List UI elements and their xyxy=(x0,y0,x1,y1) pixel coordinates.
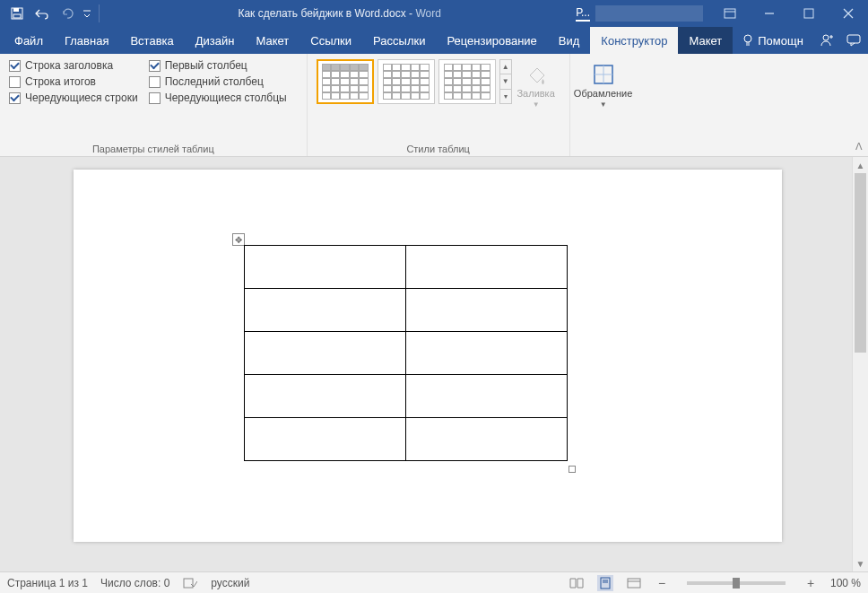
title-bar: Как сделать бейджик в Word.docx - Word Р… xyxy=(0,0,868,27)
svg-point-9 xyxy=(744,35,751,42)
svg-rect-19 xyxy=(184,579,193,588)
checkbox-icon xyxy=(9,76,21,88)
svg-rect-6 xyxy=(804,9,813,18)
web-layout-icon[interactable] xyxy=(626,575,642,591)
check-total-row[interactable]: Строка итогов xyxy=(9,75,138,88)
table-cell[interactable] xyxy=(406,246,568,289)
check-banded-rows[interactable]: Чередующиеся строки xyxy=(9,92,138,104)
table-row[interactable] xyxy=(245,332,568,375)
maximize-button[interactable] xyxy=(789,0,829,27)
zoom-out-button[interactable]: − xyxy=(655,576,669,590)
tab-file[interactable]: Файл xyxy=(4,27,54,54)
scroll-down-icon[interactable]: ▼ xyxy=(853,555,868,571)
ribbon-tabs: Файл Главная Вставка Дизайн Макет Ссылки… xyxy=(0,27,868,54)
app-name: Word xyxy=(415,7,440,20)
language-indicator[interactable]: русский xyxy=(211,577,249,589)
tab-review[interactable]: Рецензирование xyxy=(436,27,547,54)
svg-rect-3 xyxy=(725,9,735,18)
style-swatch-3[interactable] xyxy=(438,59,496,104)
table-move-handle-icon[interactable]: ✥ xyxy=(232,233,245,246)
tab-table-design[interactable]: Конструктор xyxy=(590,27,678,54)
zoom-slider-knob[interactable] xyxy=(733,578,740,589)
tab-layout[interactable]: Макет xyxy=(245,27,299,54)
check-last-column[interactable]: Последний столбец xyxy=(149,75,287,88)
scroll-thumb[interactable] xyxy=(855,173,866,353)
table-cell[interactable] xyxy=(406,289,568,332)
group-label: Параметры стилей таблиц xyxy=(9,142,298,154)
text-cursor xyxy=(405,249,406,265)
undo-button[interactable] xyxy=(30,3,54,24)
spellcheck-icon[interactable] xyxy=(182,575,198,591)
document-viewport[interactable]: ✥ xyxy=(0,157,852,571)
zoom-slider[interactable] xyxy=(687,581,786,585)
page-indicator[interactable]: Страница 1 из 1 xyxy=(7,577,88,589)
tell-me-button[interactable]: Помощн xyxy=(733,27,812,54)
share-button[interactable] xyxy=(812,27,840,54)
print-layout-icon[interactable] xyxy=(597,575,613,591)
vertical-scrollbar[interactable]: ▲ ▼ xyxy=(852,157,868,571)
zoom-in-button[interactable]: + xyxy=(803,576,818,590)
group-table-styles: ▲ ▼ ▾ Заливка ▼ Стили таблиц xyxy=(308,54,570,156)
table-cell[interactable] xyxy=(406,375,568,418)
svg-rect-23 xyxy=(628,579,640,588)
collapse-ribbon-icon[interactable]: ᐱ xyxy=(855,141,863,153)
style-swatch-2[interactable] xyxy=(378,59,435,104)
table-cell[interactable] xyxy=(245,375,406,418)
account-area[interactable] xyxy=(595,5,703,22)
check-header-row[interactable]: Строка заголовка xyxy=(9,59,138,72)
close-button[interactable] xyxy=(829,0,868,27)
tab-insert[interactable]: Вставка xyxy=(119,27,184,54)
zoom-level[interactable]: 100 % xyxy=(830,577,861,589)
document-table[interactable] xyxy=(244,245,568,461)
options-column-2: Первый столбец Последний столбец Чередую… xyxy=(149,59,287,104)
paint-bucket-icon xyxy=(525,63,548,86)
qat-customize-icon[interactable] xyxy=(81,3,93,24)
shading-button: Заливка ▼ xyxy=(512,59,560,112)
ribbon-display-options-icon[interactable] xyxy=(710,0,750,27)
tab-references[interactable]: Ссылки xyxy=(299,27,362,54)
page[interactable]: ✥ xyxy=(74,170,782,542)
table-resize-handle-icon[interactable] xyxy=(569,466,576,473)
svg-point-12 xyxy=(823,35,829,40)
gallery-scroll-down-icon[interactable]: ▼ xyxy=(500,74,511,89)
tab-mailings[interactable]: Рассылки xyxy=(362,27,436,54)
check-banded-columns[interactable]: Чередующиеся столбцы xyxy=(149,92,287,104)
save-button[interactable] xyxy=(5,3,29,24)
svg-rect-1 xyxy=(13,8,19,12)
gallery-expand-icon[interactable]: ▾ xyxy=(500,90,511,103)
chevron-down-icon: ▼ xyxy=(600,100,607,109)
table-row[interactable] xyxy=(245,418,568,461)
table-row[interactable] xyxy=(245,289,568,332)
group-borders: Обрамление ▼ xyxy=(570,54,637,156)
status-bar: Страница 1 из 1 Число слов: 0 русский − … xyxy=(0,571,868,593)
style-swatch-1[interactable] xyxy=(317,59,374,104)
table-cell[interactable] xyxy=(245,246,406,289)
svg-rect-20 xyxy=(601,578,610,589)
tab-home[interactable]: Главная xyxy=(54,27,119,54)
table-cell[interactable] xyxy=(406,418,568,461)
gallery-scroll-up-icon[interactable]: ▲ xyxy=(500,60,511,74)
group-table-style-options: Строка заголовка Строка итогов Чередующи… xyxy=(0,54,308,156)
table-cell[interactable] xyxy=(245,332,406,375)
tab-design[interactable]: Дизайн xyxy=(185,27,246,54)
word-count[interactable]: Число слов: 0 xyxy=(100,577,169,589)
borders-button[interactable]: Обрамление ▼ xyxy=(579,59,628,112)
scroll-up-icon[interactable]: ▲ xyxy=(853,157,868,173)
table-cell[interactable] xyxy=(245,418,406,461)
redo-button[interactable] xyxy=(56,3,79,24)
table-cell[interactable] xyxy=(245,289,406,332)
checkbox-icon xyxy=(149,60,161,72)
gallery-scroll: ▲ ▼ ▾ xyxy=(499,59,512,104)
read-mode-icon[interactable] xyxy=(569,575,585,591)
table-styles-gallery: ▲ ▼ ▾ xyxy=(317,59,512,104)
svg-rect-15 xyxy=(847,35,860,43)
document-area: ✥ ▲ ▼ xyxy=(0,157,868,571)
check-first-column[interactable]: Первый столбец xyxy=(149,59,287,72)
comments-icon[interactable] xyxy=(840,27,868,54)
minimize-button[interactable] xyxy=(750,0,789,27)
table-row[interactable] xyxy=(245,375,568,418)
document-name: Как сделать бейджик в Word.docx xyxy=(238,7,405,20)
tab-table-layout[interactable]: Макет xyxy=(678,27,733,54)
table-cell[interactable] xyxy=(406,332,568,375)
tab-view[interactable]: Вид xyxy=(548,27,591,54)
